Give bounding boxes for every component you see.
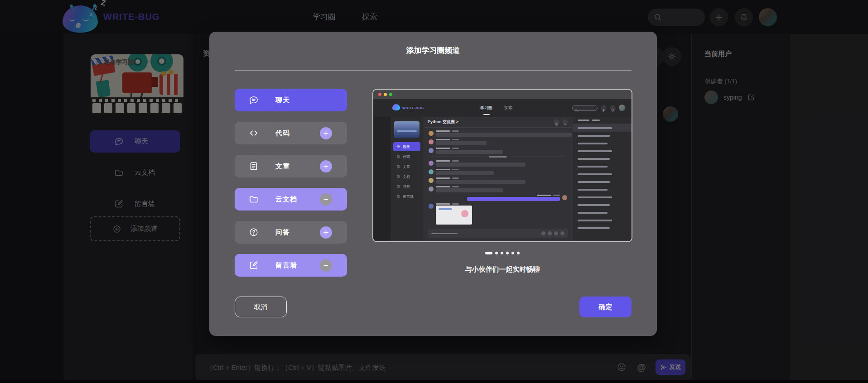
preview-sidebar-label: 问答 [403, 184, 410, 189]
preview-members-header [573, 120, 632, 124]
preview-member-rows [573, 124, 632, 232]
preview-sidebar-item: 留言墙 [393, 192, 420, 201]
name-bar [436, 160, 450, 162]
remove-channel-button[interactable] [320, 259, 332, 272]
divider-line [510, 157, 567, 157]
modal-channel-option[interactable]: 问答 [235, 221, 347, 244]
member-name-bar [578, 143, 608, 144]
code-icon [249, 128, 259, 138]
member-name-bar [578, 158, 610, 160]
preview-gutter [373, 117, 391, 241]
message-avatar [429, 131, 434, 136]
preview-member-row [573, 209, 632, 216]
preview-member-row [573, 155, 632, 163]
preview-sidebar-label: 留言墙 [403, 194, 414, 199]
channel-icon [396, 155, 400, 158]
preview-channel-title: Python 交流圈 > [428, 119, 458, 125]
message-bubble [436, 171, 494, 175]
message-bubble [467, 197, 560, 201]
preview-plus-button [601, 105, 607, 111]
preview-member-row [573, 178, 632, 186]
remove-channel-button[interactable] [320, 193, 332, 206]
date-divider [429, 156, 567, 158]
channel-option-label: 代码 [275, 129, 290, 138]
channel-icon [396, 145, 400, 148]
modal-channel-option[interactable]: 代码 [235, 122, 347, 144]
name-bar [436, 177, 450, 179]
preview-sidebar-label: 文章 [403, 164, 410, 169]
carousel-dot[interactable] [511, 252, 514, 254]
add-channel-button[interactable] [320, 160, 332, 172]
preview-carousel-dots [372, 252, 632, 254]
placeholder-bar [431, 233, 458, 234]
article-icon [249, 161, 259, 171]
carousel-dot[interactable] [495, 252, 498, 254]
preview-header-icons [554, 119, 568, 125]
message-bubble [436, 141, 487, 145]
message-bubble [436, 133, 572, 137]
search-icon [574, 106, 578, 110]
member-name-bar [578, 189, 608, 191]
chat-message [429, 169, 567, 175]
name-bar [436, 139, 450, 140]
message-meta [436, 186, 503, 187]
preview-navbar: WRITE-BUG 学习圈探索 [373, 99, 632, 117]
message-meta [537, 195, 560, 196]
preview-logo-icon [392, 104, 400, 110]
gear-icon [562, 119, 568, 125]
member-name-bar [578, 127, 612, 129]
preview-messages [423, 128, 573, 227]
chat-message [429, 160, 567, 167]
message-avatar [429, 187, 434, 192]
time-bar [452, 177, 459, 179]
preview-input-icons [541, 231, 564, 235]
modal-channel-option[interactable]: 文章 [235, 155, 347, 177]
message-bubble [436, 180, 526, 184]
modal-channel-option[interactable]: 聊天 [235, 89, 347, 111]
message-avatar [562, 195, 567, 200]
message-meta [436, 148, 503, 149]
add-channel-button[interactable] [320, 226, 332, 239]
modal-channel-option[interactable]: 留言墙 [235, 254, 347, 277]
preview-sidebar-item: 聊天 [393, 142, 420, 151]
carousel-dot[interactable] [501, 252, 503, 254]
carousel-dot[interactable] [517, 252, 520, 254]
message-meta [436, 160, 526, 162]
channel-option-label: 问答 [275, 228, 290, 237]
member-name-bar [578, 150, 612, 152]
gear-icon [563, 120, 567, 124]
time-bar [452, 148, 459, 149]
preview-caption: 与小伙伴们一起实时畅聊 [372, 265, 632, 274]
share-icon [554, 119, 559, 125]
add-channel-button[interactable] [320, 127, 332, 139]
name-bar [436, 169, 450, 170]
confirm-button[interactable]: 确定 [579, 297, 632, 317]
channel-option-label: 聊天 [275, 96, 290, 105]
header-bar [578, 120, 589, 121]
preview-member-row [573, 163, 632, 170]
modal-channel-option[interactable]: 云文档 [235, 188, 347, 211]
preview-sidebar-item: 代码 [393, 152, 420, 161]
preview-chat-panel: Python 交流圈 > [423, 117, 573, 241]
channel-icon [396, 185, 400, 188]
chat-message [429, 130, 567, 137]
carousel-dot[interactable] [506, 252, 509, 254]
preview-sidebar-items: 聊天代码文章文档问答留言墙 [391, 142, 423, 201]
plus-icon [602, 106, 606, 110]
chat-message [429, 139, 567, 145]
channel-option-label: 留言墙 [275, 261, 297, 270]
message-meta [436, 139, 487, 140]
preview-chat-header: Python 交流圈 > [423, 117, 573, 128]
time-bar [452, 130, 459, 132]
preview-member-row [573, 132, 632, 139]
name-bar [436, 203, 450, 205]
time-bar [452, 186, 459, 187]
carousel-dot[interactable] [485, 252, 492, 254]
time-bar [452, 139, 459, 140]
message-meta [436, 177, 526, 179]
cancel-button[interactable]: 取消 [235, 297, 287, 317]
modal-divider [235, 70, 632, 71]
question-icon [249, 227, 259, 237]
preview-search-input [572, 105, 598, 111]
message-image [436, 206, 472, 225]
